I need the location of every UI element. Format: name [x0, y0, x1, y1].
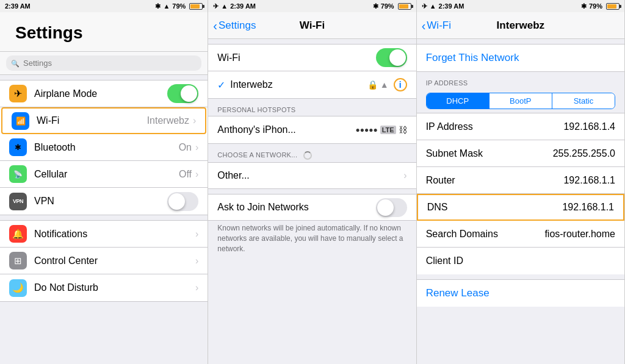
dns-row[interactable]: DNS 192.168.1.1	[417, 194, 624, 221]
wifi-back-label: Settings	[219, 20, 256, 32]
interwebz-content: Forget This Network IP ADDRESS DHCP Boot…	[417, 39, 624, 364]
bluetooth-value: On	[179, 142, 192, 153]
dhcp-tab[interactable]: DHCP	[427, 93, 489, 109]
status-bar-3: ✈ ▲ 2:39 AM ✱ 79%	[417, 0, 624, 12]
wifi-icon-1: ▲	[163, 2, 170, 10]
network-checkmark: ✓	[217, 79, 225, 91]
interwebz-back-button[interactable]: ‹ Wi-Fi	[422, 20, 451, 32]
status-left-1: 2:39 AM	[5, 2, 31, 10]
wifi-toggle-row[interactable]: Wi-Fi	[208, 45, 416, 71]
search-domains-row[interactable]: Search Domains fios-router.home	[417, 221, 624, 248]
control-center-row[interactable]: ⊞ Control Center ›	[0, 248, 208, 274]
ip-address-row[interactable]: IP Address 192.168.1.4	[417, 113, 624, 140]
do-not-disturb-row[interactable]: 🌙 Do Not Disturb ›	[0, 274, 208, 301]
hotspots-section: PERSONAL HOTSPOTS Anthony's iPhon... ●●●…	[208, 104, 416, 144]
cellular-chevron: ›	[195, 169, 198, 180]
network-info-button[interactable]: i	[394, 78, 407, 91]
control-center-label: Control Center	[34, 255, 195, 266]
ask-note: Known networks will be joined automatica…	[208, 221, 416, 259]
static-tab[interactable]: Static	[552, 93, 615, 109]
other-row[interactable]: Other... ›	[208, 162, 416, 189]
other-label: Other...	[217, 170, 403, 181]
notifications-icon: 🔔	[9, 225, 27, 243]
control-center-icon: ⊞	[9, 252, 27, 269]
network-name: Interwebz	[230, 79, 367, 90]
wifi-toggle-group: Wi-Fi ✓ Interwebz 🔒 ▲ i	[208, 44, 416, 99]
wifi-content: Wi-Fi ✓ Interwebz 🔒 ▲ i	[208, 39, 416, 364]
other-chevron: ›	[403, 170, 406, 181]
renew-lease-row[interactable]: Renew Lease	[417, 279, 624, 307]
wifi-row[interactable]: 📶 Wi-Fi Interwebz ›	[1, 107, 206, 134]
bootp-tab[interactable]: BootP	[489, 93, 552, 109]
bluetooth-icon-1: ✱	[155, 2, 161, 10]
notifications-row[interactable]: 🔔 Notifications ›	[0, 221, 208, 248]
chain-icon: ⛓	[399, 125, 407, 135]
search-input[interactable]	[6, 55, 201, 71]
interwebz-nav: ‹ Wi-Fi Interwebz	[417, 12, 624, 39]
do-not-disturb-chevron: ›	[195, 282, 198, 293]
wifi-toggle[interactable]	[376, 48, 407, 67]
subnet-mask-value: 255.255.255.0	[553, 148, 615, 159]
airplane-label: Airplane Mode	[34, 88, 167, 99]
wifi-panel: ✈ ▲ 2:39 AM ✱ 79% ‹ Settings Wi-Fi Wi-Fi	[208, 0, 416, 364]
bluetooth-row[interactable]: ✱ Bluetooth On ›	[0, 134, 208, 161]
ip-section-header: IP ADDRESS	[417, 72, 624, 89]
client-id-row[interactable]: Client ID	[417, 248, 624, 274]
choose-section: CHOOSE A NETWORK... Other... ›	[208, 149, 416, 189]
signal-icon: ▲	[380, 80, 389, 90]
vpn-row[interactable]: VPN VPN	[0, 188, 208, 215]
search-bar	[0, 52, 208, 75]
subnet-mask-row[interactable]: Subnet Mask 255.255.255.0	[417, 140, 624, 167]
battery-text-3: 79%	[589, 2, 602, 10]
router-value: 192.168.1.1	[563, 175, 615, 186]
battery-icon-1	[189, 3, 203, 10]
search-domains-label: Search Domains	[426, 229, 545, 240]
cellular-icon: 📡	[9, 165, 27, 183]
battery-text-2: 79%	[381, 2, 394, 10]
bluetooth-icon-2: ✱	[373, 2, 378, 10]
status-right-2: ✱ 79%	[373, 2, 411, 10]
airplane-toggle[interactable]	[167, 84, 198, 103]
loading-spinner	[303, 151, 312, 160]
battery-icon-3	[606, 3, 620, 10]
settings-title: Settings	[6, 17, 92, 46]
segmented-control: DHCP BootP Static	[426, 93, 615, 109]
vpn-toggle[interactable]	[167, 192, 198, 211]
status-right-3: ✱ 79%	[581, 2, 620, 10]
search-domains-value: fios-router.home	[544, 229, 615, 240]
wifi-row-label: Wi-Fi	[217, 52, 375, 63]
wifi-nav-title: Wi-Fi	[300, 20, 325, 32]
vpn-icon: VPN	[9, 193, 27, 210]
forget-button[interactable]: Forget This Network	[417, 44, 624, 72]
vpn-label: VPN	[34, 196, 167, 207]
settings-group-2: 🔔 Notifications › ⊞ Control Center › 🌙 D…	[0, 220, 208, 302]
ask-toggle[interactable]	[376, 198, 407, 217]
hotspot-row[interactable]: Anthony's iPhon... ●●●●● LTE ⛓	[208, 116, 416, 143]
control-center-chevron: ›	[195, 255, 198, 266]
status-time-1: 2:39 AM	[5, 2, 31, 10]
status-left-3: ✈ ▲ 2:39 AM	[422, 2, 464, 10]
ask-row[interactable]: Ask to Join Networks	[208, 194, 416, 221]
wifi-nav: ‹ Settings Wi-Fi	[208, 12, 416, 39]
cellular-row[interactable]: 📡 Cellular Off ›	[0, 161, 208, 188]
wifi-value: Interwebz	[147, 115, 189, 126]
hotspots-group: Anthony's iPhon... ●●●●● LTE ⛓	[208, 116, 416, 144]
wifi-toggle-section: Wi-Fi ✓ Interwebz 🔒 ▲ i	[208, 44, 416, 99]
settings-content: ✈ Airplane Mode 📶 Wi-Fi Interwebz › ✱	[0, 75, 208, 364]
renew-lease-label: Renew Lease	[426, 287, 490, 299]
battery-text-1: 79%	[172, 2, 186, 10]
settings-table-group-1: ✈ Airplane Mode 📶 Wi-Fi Interwebz › ✱	[0, 80, 208, 215]
wifi-status-2: ▲	[221, 2, 228, 10]
airplane-status-3: ✈	[422, 2, 427, 10]
cellular-value: Off	[179, 169, 192, 180]
hotspot-signal: ●●●●●	[355, 126, 377, 134]
ip-address-value: 192.168.1.4	[563, 121, 615, 132]
interwebz-back-arrow: ‹	[422, 20, 426, 32]
bluetooth-chevron: ›	[195, 142, 198, 153]
ask-label: Ask to Join Networks	[217, 202, 375, 213]
network-row[interactable]: ✓ Interwebz 🔒 ▲ i	[208, 71, 416, 98]
airplane-mode-row[interactable]: ✈ Airplane Mode	[0, 80, 208, 107]
wifi-back-button[interactable]: ‹ Settings	[213, 20, 256, 32]
search-wrap	[6, 55, 201, 71]
router-row[interactable]: Router 192.168.1.1	[417, 167, 624, 194]
